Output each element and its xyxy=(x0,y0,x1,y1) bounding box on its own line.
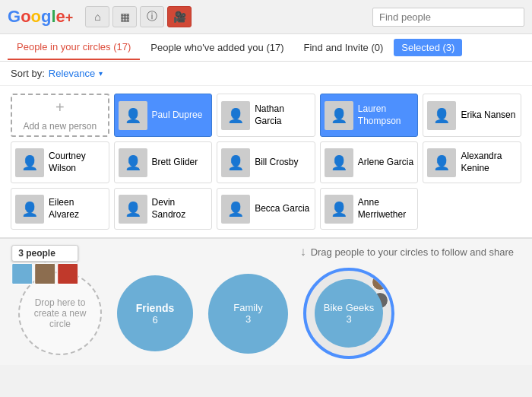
nav-icons: ⌂ ▦ ⓘ 🎥 xyxy=(85,6,192,27)
person-card-lauren-thompson[interactable]: 👤 Lauren Thompson xyxy=(320,94,419,137)
sort-label: Sort by: xyxy=(11,68,45,79)
photo-icon[interactable]: ▦ xyxy=(112,6,137,27)
friends-circle-item: Friends 6 xyxy=(117,275,193,351)
avatar: 👤 xyxy=(325,101,353,130)
person-name: Bill Crosby xyxy=(255,157,298,169)
tab-selected[interactable]: Selected (3) xyxy=(394,39,462,56)
drag-tooltip: 3 people xyxy=(11,245,78,284)
person-name: Eileen Alvarez xyxy=(49,197,105,221)
avatar: 👤 xyxy=(15,195,44,224)
drag-hint: ↓ Drag people to your circles to follow … xyxy=(11,245,521,259)
bike-geeks-circle-item: Bike Geeks 3 xyxy=(303,268,394,359)
circles-row: Drop here to create a new circle Friends… xyxy=(11,268,521,359)
bike-geeks-outer[interactable]: Bike Geeks 3 xyxy=(303,268,394,359)
sort-dropdown-arrow[interactable]: ▾ xyxy=(99,69,103,78)
avatar: 👤 xyxy=(221,101,250,130)
person-card-anne-merriwether[interactable]: 👤 Anne Merriwether xyxy=(320,188,419,230)
person-card-alexandra-kenine[interactable]: 👤 Alexandra Kenine xyxy=(423,141,521,183)
person-card-arlene-garcia[interactable]: 👤 Arlene Garcia xyxy=(320,141,419,183)
drag-avatar xyxy=(57,263,78,284)
person-card-erika-nansen[interactable]: 👤 Erika Nansen xyxy=(423,94,521,137)
profile-icon[interactable]: ⓘ xyxy=(140,6,164,27)
person-name: Brett Glider xyxy=(152,157,198,169)
home-icon[interactable]: ⌂ xyxy=(85,6,109,27)
ring-avatar xyxy=(372,274,388,291)
avatar: 👤 xyxy=(221,148,250,177)
people-grid: + Add a new person 👤 Paul Dupree 👤 Natha… xyxy=(0,86,532,237)
tabs: People in your circles (17) People who'v… xyxy=(0,34,532,62)
google-plus-logo: Google+ xyxy=(8,7,73,27)
search-input[interactable] xyxy=(379,11,518,23)
tooltip-label: 3 people xyxy=(18,248,55,259)
family-circle[interactable]: Family 3 xyxy=(208,274,288,354)
avatar: 👤 xyxy=(221,195,250,224)
search-box[interactable] xyxy=(372,8,524,27)
arrow-down-icon: ↓ xyxy=(300,245,306,259)
avatar: 👤 xyxy=(325,195,353,224)
person-name: Becca Garcia xyxy=(255,203,309,215)
person-name: Erika Nansen xyxy=(461,110,515,122)
person-card-bill-crosby[interactable]: 👤 Bill Crosby xyxy=(217,141,315,183)
bike-geeks-circle[interactable]: Bike Geeks 3 xyxy=(315,279,383,348)
person-card-nathan-garcia[interactable]: 👤 Nathan Garcia xyxy=(217,94,315,137)
person-name: Alexandra Kenine xyxy=(461,151,517,174)
drag-avatar xyxy=(11,263,33,284)
friends-circle[interactable]: Friends 6 xyxy=(117,275,193,351)
sort-bar: Sort by: Relevance ▾ xyxy=(0,62,532,86)
drag-avatar xyxy=(34,263,55,284)
avatar: 👤 xyxy=(427,101,456,130)
person-card-eileen-alvarez[interactable]: 👤 Eileen Alvarez xyxy=(11,188,109,230)
plus-icon: + xyxy=(55,99,65,116)
circle-count: 3 xyxy=(245,313,251,325)
drag-tooltip-box: 3 people xyxy=(11,245,78,262)
add-new-person-card[interactable]: + Add a new person xyxy=(11,94,109,137)
avatar: 👤 xyxy=(119,101,147,130)
circle-name: Friends xyxy=(136,302,175,314)
person-name: Nathan Garcia xyxy=(255,103,311,127)
avatar: 👤 xyxy=(15,148,44,177)
family-circle-item: Family 3 3 people xyxy=(208,274,288,354)
sort-value[interactable]: Relevance xyxy=(49,68,95,79)
tab-people-added-you[interactable]: People who've added you (17) xyxy=(141,36,293,59)
person-name: Lauren Thompson xyxy=(358,103,414,127)
drag-hint-text: Drag people to your circles to follow an… xyxy=(311,246,514,258)
bottom-section: ↓ Drag people to your circles to follow … xyxy=(0,237,532,365)
person-card-becca-garcia[interactable]: 👤 Becca Garcia xyxy=(217,188,315,230)
empty-card xyxy=(423,188,521,230)
drag-avatars xyxy=(11,263,78,284)
tab-find-invite[interactable]: Find and Invite (0) xyxy=(295,36,393,59)
circle-count: 3 xyxy=(346,313,351,325)
person-card-devin-sandroz[interactable]: 👤 Devin Sandroz xyxy=(114,188,213,230)
tab-people-in-circles[interactable]: People in your circles (17) xyxy=(8,35,140,60)
circle-name: Bike Geeks xyxy=(324,302,374,313)
circle-count: 6 xyxy=(152,314,157,326)
person-name: Courtney Wilson xyxy=(49,151,105,174)
person-card-courtney-wilson[interactable]: 👤 Courtney Wilson xyxy=(11,141,109,183)
notifications-icon[interactable]: 🎥 xyxy=(167,6,192,27)
avatar: 👤 xyxy=(119,195,147,224)
bike-geeks-wrapper: Bike Geeks 3 xyxy=(303,268,394,359)
person-name: Arlene Garcia xyxy=(358,157,413,169)
add-new-label: Add a new person xyxy=(23,121,97,132)
header: Google+ ⌂ ▦ ⓘ 🎥 xyxy=(0,0,532,34)
person-name: Anne Merriwether xyxy=(358,197,414,221)
person-card-brett-glider[interactable]: 👤 Brett Glider xyxy=(114,141,213,183)
person-name: Devin Sandroz xyxy=(152,197,208,221)
person-card-paul-dupree[interactable]: 👤 Paul Dupree xyxy=(114,94,213,137)
avatar: 👤 xyxy=(427,148,456,177)
avatar: 👤 xyxy=(325,148,353,177)
avatar: 👤 xyxy=(119,148,147,177)
person-name: Paul Dupree xyxy=(152,110,203,122)
circle-name: Family xyxy=(233,302,262,313)
